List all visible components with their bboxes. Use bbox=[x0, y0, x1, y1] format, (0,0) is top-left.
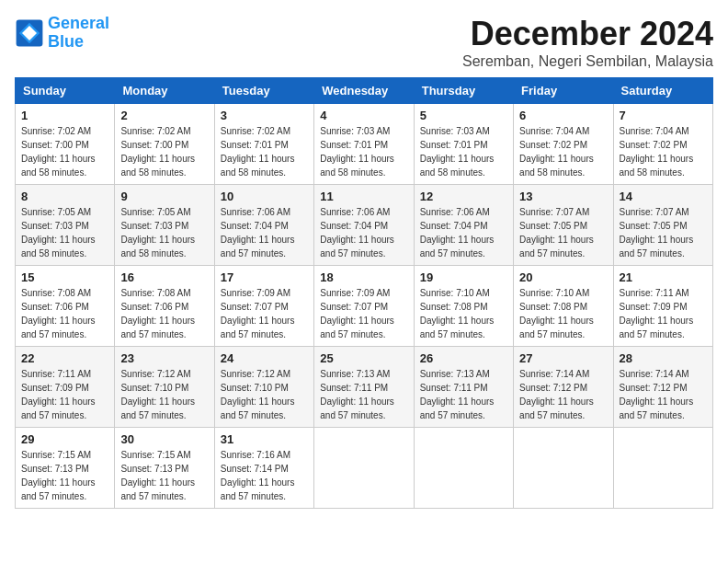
weekday-header-thursday: Thursday bbox=[414, 78, 513, 104]
day-info: Sunrise: 7:05 AMSunset: 7:03 PMDaylight:… bbox=[120, 205, 208, 260]
day-info: Sunrise: 7:15 AMSunset: 7:13 PMDaylight:… bbox=[21, 448, 108, 503]
day-info: Sunrise: 7:11 AMSunset: 7:09 PMDaylight:… bbox=[21, 367, 108, 422]
day-number: 22 bbox=[21, 351, 108, 365]
day-info: Sunrise: 7:02 AMSunset: 7:00 PMDaylight:… bbox=[120, 124, 208, 179]
day-number: 1 bbox=[21, 109, 108, 122]
day-info: Sunrise: 7:02 AMSunset: 7:00 PMDaylight:… bbox=[21, 124, 108, 179]
day-info: Sunrise: 7:02 AMSunset: 7:01 PMDaylight:… bbox=[221, 124, 308, 179]
day-number: 14 bbox=[620, 190, 707, 203]
day-number: 29 bbox=[21, 432, 108, 446]
calendar-cell: 15 Sunrise: 7:08 AMSunset: 7:06 PMDaylig… bbox=[16, 266, 115, 347]
weekday-header-monday: Monday bbox=[115, 78, 214, 104]
calendar-cell bbox=[613, 428, 712, 509]
day-number: 25 bbox=[320, 351, 407, 365]
day-info: Sunrise: 7:12 AMSunset: 7:10 PMDaylight:… bbox=[221, 367, 308, 422]
day-info: Sunrise: 7:15 AMSunset: 7:13 PMDaylight:… bbox=[120, 448, 208, 503]
calendar-cell: 12 Sunrise: 7:06 AMSunset: 7:04 PMDaylig… bbox=[414, 185, 513, 266]
calendar-cell: 30 Sunrise: 7:15 AMSunset: 7:13 PMDaylig… bbox=[115, 428, 214, 509]
day-number: 19 bbox=[420, 270, 507, 284]
logo-icon bbox=[15, 18, 44, 48]
week-row-3: 15 Sunrise: 7:08 AMSunset: 7:06 PMDaylig… bbox=[16, 266, 713, 347]
day-number: 21 bbox=[620, 270, 707, 284]
day-number: 23 bbox=[120, 351, 208, 365]
calendar-cell: 24 Sunrise: 7:12 AMSunset: 7:10 PMDaylig… bbox=[214, 347, 313, 428]
day-number: 8 bbox=[21, 190, 108, 203]
day-info: Sunrise: 7:06 AMSunset: 7:04 PMDaylight:… bbox=[420, 205, 507, 260]
day-info: Sunrise: 7:11 AMSunset: 7:09 PMDaylight:… bbox=[620, 286, 707, 341]
day-info: Sunrise: 7:16 AMSunset: 7:14 PMDaylight:… bbox=[221, 448, 308, 503]
calendar-cell: 8 Sunrise: 7:05 AMSunset: 7:03 PMDayligh… bbox=[16, 185, 115, 266]
weekday-header-friday: Friday bbox=[514, 78, 613, 104]
calendar-cell: 7 Sunrise: 7:04 AMSunset: 7:02 PMDayligh… bbox=[613, 104, 712, 185]
calendar-cell: 21 Sunrise: 7:11 AMSunset: 7:09 PMDaylig… bbox=[613, 266, 712, 347]
day-number: 9 bbox=[120, 190, 208, 203]
calendar-cell: 23 Sunrise: 7:12 AMSunset: 7:10 PMDaylig… bbox=[115, 347, 214, 428]
calendar-cell: 29 Sunrise: 7:15 AMSunset: 7:13 PMDaylig… bbox=[16, 428, 115, 509]
week-row-2: 8 Sunrise: 7:05 AMSunset: 7:03 PMDayligh… bbox=[16, 185, 713, 266]
day-info: Sunrise: 7:13 AMSunset: 7:11 PMDaylight:… bbox=[420, 367, 507, 422]
day-number: 6 bbox=[519, 109, 607, 122]
day-number: 24 bbox=[221, 351, 308, 365]
calendar-cell: 4 Sunrise: 7:03 AMSunset: 7:01 PMDayligh… bbox=[314, 104, 414, 185]
calendar-cell: 5 Sunrise: 7:03 AMSunset: 7:01 PMDayligh… bbox=[414, 104, 513, 185]
day-number: 11 bbox=[320, 190, 407, 203]
calendar-cell: 1 Sunrise: 7:02 AMSunset: 7:00 PMDayligh… bbox=[16, 104, 115, 185]
calendar-cell: 26 Sunrise: 7:13 AMSunset: 7:11 PMDaylig… bbox=[414, 347, 513, 428]
day-number: 7 bbox=[620, 109, 707, 122]
calendar-cell: 3 Sunrise: 7:02 AMSunset: 7:01 PMDayligh… bbox=[214, 104, 313, 185]
day-info: Sunrise: 7:08 AMSunset: 7:06 PMDaylight:… bbox=[21, 286, 108, 341]
calendar-cell: 25 Sunrise: 7:13 AMSunset: 7:11 PMDaylig… bbox=[314, 347, 414, 428]
day-info: Sunrise: 7:14 AMSunset: 7:12 PMDaylight:… bbox=[620, 367, 707, 422]
day-number: 26 bbox=[420, 351, 507, 365]
calendar-cell: 16 Sunrise: 7:08 AMSunset: 7:06 PMDaylig… bbox=[115, 266, 214, 347]
calendar-cell bbox=[514, 428, 613, 509]
day-info: Sunrise: 7:04 AMSunset: 7:02 PMDaylight:… bbox=[620, 124, 707, 179]
day-number: 27 bbox=[519, 351, 607, 365]
day-info: Sunrise: 7:05 AMSunset: 7:03 PMDaylight:… bbox=[21, 205, 108, 260]
weekday-header-tuesday: Tuesday bbox=[214, 78, 313, 104]
week-row-1: 1 Sunrise: 7:02 AMSunset: 7:00 PMDayligh… bbox=[16, 104, 713, 185]
day-info: Sunrise: 7:07 AMSunset: 7:05 PMDaylight:… bbox=[620, 205, 707, 260]
calendar-cell: 10 Sunrise: 7:06 AMSunset: 7:04 PMDaylig… bbox=[214, 185, 313, 266]
day-info: Sunrise: 7:12 AMSunset: 7:10 PMDaylight:… bbox=[120, 367, 208, 422]
calendar-cell: 31 Sunrise: 7:16 AMSunset: 7:14 PMDaylig… bbox=[214, 428, 313, 509]
week-row-5: 29 Sunrise: 7:15 AMSunset: 7:13 PMDaylig… bbox=[16, 428, 713, 509]
calendar-cell: 17 Sunrise: 7:09 AMSunset: 7:07 PMDaylig… bbox=[214, 266, 313, 347]
day-info: Sunrise: 7:13 AMSunset: 7:11 PMDaylight:… bbox=[320, 367, 407, 422]
day-info: Sunrise: 7:10 AMSunset: 7:08 PMDaylight:… bbox=[420, 286, 507, 341]
calendar-cell: 11 Sunrise: 7:06 AMSunset: 7:04 PMDaylig… bbox=[314, 185, 414, 266]
day-number: 20 bbox=[519, 270, 607, 284]
day-info: Sunrise: 7:14 AMSunset: 7:12 PMDaylight:… bbox=[519, 367, 607, 422]
day-info: Sunrise: 7:06 AMSunset: 7:04 PMDaylight:… bbox=[320, 205, 407, 260]
calendar-cell: 2 Sunrise: 7:02 AMSunset: 7:00 PMDayligh… bbox=[115, 104, 214, 185]
calendar-cell: 28 Sunrise: 7:14 AMSunset: 7:12 PMDaylig… bbox=[613, 347, 712, 428]
day-number: 30 bbox=[120, 432, 208, 446]
calendar-cell: 20 Sunrise: 7:10 AMSunset: 7:08 PMDaylig… bbox=[514, 266, 613, 347]
day-info: Sunrise: 7:10 AMSunset: 7:08 PMDaylight:… bbox=[519, 286, 607, 341]
calendar-cell bbox=[314, 428, 414, 509]
month-title: December 2024 bbox=[462, 15, 713, 53]
title-block: December 2024 Seremban, Negeri Sembilan,… bbox=[462, 15, 713, 70]
day-number: 3 bbox=[221, 109, 308, 122]
day-number: 28 bbox=[620, 351, 707, 365]
day-number: 17 bbox=[221, 270, 308, 284]
logo: General Blue bbox=[15, 15, 109, 52]
day-info: Sunrise: 7:09 AMSunset: 7:07 PMDaylight:… bbox=[320, 286, 407, 341]
week-row-4: 22 Sunrise: 7:11 AMSunset: 7:09 PMDaylig… bbox=[16, 347, 713, 428]
calendar-cell: 18 Sunrise: 7:09 AMSunset: 7:07 PMDaylig… bbox=[314, 266, 414, 347]
day-number: 15 bbox=[21, 270, 108, 284]
day-number: 16 bbox=[120, 270, 208, 284]
logo-text-line2: Blue bbox=[48, 33, 109, 52]
day-info: Sunrise: 7:09 AMSunset: 7:07 PMDaylight:… bbox=[221, 286, 308, 341]
day-number: 18 bbox=[320, 270, 407, 284]
day-info: Sunrise: 7:04 AMSunset: 7:02 PMDaylight:… bbox=[519, 124, 607, 179]
day-info: Sunrise: 7:08 AMSunset: 7:06 PMDaylight:… bbox=[120, 286, 208, 341]
weekday-header-saturday: Saturday bbox=[613, 78, 712, 104]
day-info: Sunrise: 7:07 AMSunset: 7:05 PMDaylight:… bbox=[519, 205, 607, 260]
weekday-header-sunday: Sunday bbox=[16, 78, 115, 104]
calendar-cell: 19 Sunrise: 7:10 AMSunset: 7:08 PMDaylig… bbox=[414, 266, 513, 347]
weekday-header-wednesday: Wednesday bbox=[314, 78, 414, 104]
day-number: 4 bbox=[320, 109, 407, 122]
day-info: Sunrise: 7:03 AMSunset: 7:01 PMDaylight:… bbox=[320, 124, 407, 179]
day-number: 13 bbox=[519, 190, 607, 203]
